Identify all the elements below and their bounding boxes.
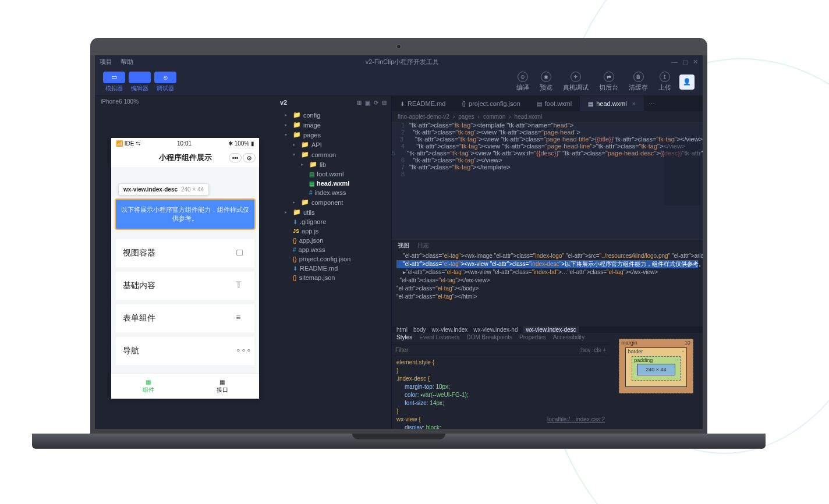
file-tree: v2 ⊞ ▣ ⟳ ⊟ ▸📁config▸📁image▾📁pages▸📁API▾📁… [275,96,392,429]
tabs-overflow-icon[interactable]: ⋯ [644,100,660,108]
list-item[interactable]: 导航∘∘∘ [116,337,254,365]
maximize-icon[interactable]: ▢ [682,58,688,66]
element-node[interactable]: ▸"el-attr">class="el-tag"><wx-view "el-a… [396,268,698,276]
tree-item[interactable]: {}app.json [275,236,391,245]
action-清缓存[interactable]: 🗑清缓存 [629,72,648,92]
styles-tab[interactable]: Event Listeners [419,334,459,343]
tree-item[interactable]: ▾📁pages [275,130,391,140]
minimap[interactable] [664,141,700,205]
page-title: 小程序组件展示 [159,152,212,163]
tree-item[interactable]: JSapp.js [275,226,391,236]
element-node[interactable]: "el-attr">class="el-tag"><wx-image "el-a… [396,252,698,260]
editor-tabs: ⬇README.md{}project.config.json▤foot.wxm… [392,96,703,111]
devtools-tab[interactable]: 视图 [398,242,409,250]
tree-item[interactable]: #index.wxss [275,188,391,197]
styles-tab[interactable]: Styles [396,334,412,343]
mode-调试器[interactable]: ⎋调试器 [154,72,176,93]
editor-tab[interactable]: ▤foot.wxml [529,96,580,111]
status-right: ✱ 100% ▮ [228,140,254,147]
tree-item[interactable]: ▸📁utils [275,207,391,217]
new-file-icon[interactable]: ⊞ [357,100,362,106]
tree-item[interactable]: ▸📁lib [275,159,391,169]
devtools-tab[interactable]: 日志 [417,242,429,250]
tab-组件[interactable]: ▦组件 [111,374,185,399]
list-item[interactable]: 基础内容𝕋 [116,272,254,300]
collapse-icon[interactable]: ⊟ [382,100,387,106]
tree-item[interactable]: ⬇.gitignore [275,217,391,226]
action-真机调试[interactable]: ✈真机调试 [563,72,589,92]
action-上传[interactable]: ↥上传 [658,72,671,92]
crumb[interactable]: common [483,113,505,120]
camera-dot [396,44,401,49]
tab-接口[interactable]: ▦接口 [185,374,259,399]
code-editor[interactable]: 1"tk-attr">class="tk-tag"><template "tk-… [392,122,703,240]
list-item[interactable]: 表单组件≡ [116,304,254,332]
element-crumb[interactable]: wx-view.index-hd [473,326,518,333]
tree-item[interactable]: ▸📁image [275,120,391,130]
device-label: iPhone6 100% [95,96,275,109]
menu-帮助[interactable]: 帮助 [121,58,133,66]
mode-模拟器[interactable]: ▭模拟器 [103,72,125,93]
highlighted-desc: 以下将展示小程序官方组件能力，组件样式仅供参考。 [116,200,254,229]
list-item[interactable]: 视图容器▢ [116,239,254,267]
window-title: v2-FinClip小程序开发工具 [133,58,671,66]
tree-item[interactable]: {}sitemap.json [275,273,391,282]
element-crumb[interactable]: html [396,326,408,333]
avatar[interactable]: 👤 [679,74,695,90]
styles-tab[interactable]: Properties [519,334,546,343]
tree-root: v2 [280,99,287,106]
tree-item[interactable]: ▸📁component [275,197,391,207]
editor-tab[interactable]: {}project.config.json [454,96,528,111]
tree-item[interactable]: ▤foot.wxml [275,169,391,179]
tree-item[interactable]: ▤head.wxml [275,179,391,188]
editor-tab[interactable]: ⬇README.md [392,96,454,111]
inspector-tooltip: wx-view.index-desc240 × 44 [118,183,209,196]
styles-pane[interactable]: element.style {}.index-desc {</span>marg… [392,356,610,429]
mode-编辑器[interactable]: 编辑器 [129,72,151,93]
tree-item[interactable]: ▸📁API [275,140,391,150]
crumb[interactable]: head.wxml [515,113,543,120]
tree-item[interactable]: {}project.config.json [275,254,391,264]
editor-panel: ⬇README.md{}project.config.json▤foot.wxm… [392,96,703,429]
status-left: 📶 IDE ⇋ [116,140,140,147]
element-node[interactable]: "el-attr">class="el-tag"></body> [396,285,698,293]
capsule-menu-icon[interactable]: ••• [229,153,242,162]
status-time: 10:01 [177,140,192,147]
capsule-close-icon[interactable]: ⊙ [243,153,256,162]
devtools: 视图日志 "el-attr">class="el-tag"><wx-image … [392,240,703,429]
phone-preview: 📶 IDE ⇋ 10:01 ✱ 100% ▮ 小程序组件展示 ••• ⊙ [111,138,259,399]
styles-tab[interactable]: DOM Breakpoints [466,334,512,343]
element-node[interactable]: "el-attr">class="el-tag"></html> [396,293,698,301]
app-window: 项目帮助 v2-FinClip小程序开发工具 — ▢ ✕ ▭模拟器编辑器⎋调试器… [95,55,703,429]
elements-panel[interactable]: "el-attr">class="el-tag"><wx-image "el-a… [392,251,703,326]
titlebar: 项目帮助 v2-FinClip小程序开发工具 — ▢ ✕ [95,55,703,68]
element-node[interactable]: "el-attr">class="el-tag"></wx-view> [396,276,698,285]
new-folder-icon[interactable]: ▣ [365,100,370,106]
action-编译[interactable]: ⊙编译 [516,72,529,92]
element-crumb[interactable]: body [413,326,426,333]
breadcrumb: fino-applet-demo-v2›pages›common›head.wx… [392,111,703,122]
tree-item[interactable]: #app.wxss [275,245,391,254]
close-icon[interactable]: ✕ [693,58,698,66]
tree-item[interactable]: ⬇README.md [275,264,391,273]
element-node[interactable]: "el-attr">class="el-tag"><wx-view "el-at… [396,260,698,268]
styles-tab[interactable]: Accessibility [553,334,584,343]
menu-项目[interactable]: 项目 [100,58,112,66]
filter-controls[interactable]: :hov .cls + [580,347,606,353]
tree-item[interactable]: ▸📁config [275,110,391,120]
action-切后台[interactable]: ⇄切后台 [599,72,618,92]
element-crumb[interactable]: wx-view.index [432,326,468,333]
element-crumb[interactable]: wx-view.index-desc [523,326,578,333]
laptop-frame: 项目帮助 v2-FinClip小程序开发工具 — ▢ ✕ ▭模拟器编辑器⎋调试器… [90,38,707,445]
tree-item[interactable]: ▾📁common [275,150,391,159]
editor-tab[interactable]: ▤head.wxml× [580,96,643,111]
action-预览[interactable]: ◉预览 [540,72,552,92]
crumb[interactable]: fino-applet-demo-v2 [398,113,449,120]
simulator-panel: iPhone6 100% 📶 IDE ⇋ 10:01 ✱ 100% ▮ 小程序组… [95,96,275,429]
styles-filter-input[interactable] [395,347,580,353]
crumb[interactable]: pages [458,113,474,120]
minimize-icon[interactable]: — [671,58,678,66]
refresh-icon[interactable]: ⟳ [374,100,378,106]
toolbar: ▭模拟器编辑器⎋调试器 ⊙编译◉预览✈真机调试⇄切后台🗑清缓存↥上传 👤 [95,68,703,96]
box-model: margin 10 border - padding - 240 × 4 [610,333,703,429]
